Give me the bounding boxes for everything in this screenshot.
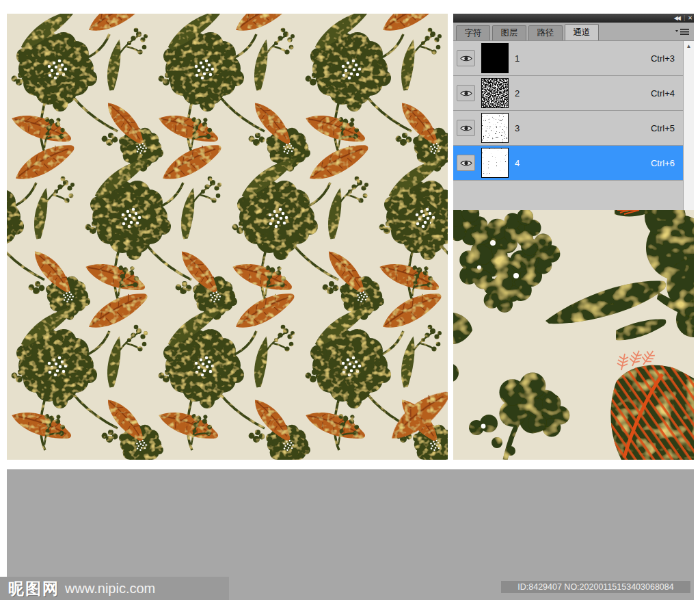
channel-name: 4 bbox=[515, 158, 520, 168]
collapse-panel-icon[interactable]: ◀◀ bbox=[674, 14, 681, 23]
channel-row-2[interactable]: 2 Ctrl+4 bbox=[453, 76, 694, 111]
channel-name: 2 bbox=[515, 88, 520, 99]
visibility-eye-icon[interactable] bbox=[457, 120, 475, 136]
titlebar-separator: | bbox=[684, 14, 685, 23]
panel-menu-icon[interactable] bbox=[675, 28, 690, 36]
watermark-id-text: ID:8429407 NO:20200115153403068084 bbox=[517, 582, 673, 592]
channel-row-3[interactable]: 3 Ctrl+5 bbox=[453, 111, 694, 146]
channel-thumbnail[interactable] bbox=[481, 43, 509, 73]
channels-panel: ◀◀ | ✕ 字符 图层 路径 通道 bbox=[453, 14, 694, 210]
tab-layers[interactable]: 图层 bbox=[492, 25, 526, 40]
visibility-eye-icon[interactable] bbox=[457, 85, 475, 101]
panel-scrollbar[interactable]: ▲ bbox=[683, 41, 694, 210]
channel-list: 1 Ctrl+3 2 Ctrl+4 bbox=[453, 41, 694, 210]
channel-name: 3 bbox=[515, 123, 520, 133]
channel-thumbnail[interactable] bbox=[481, 113, 509, 143]
tab-channels[interactable]: 通道 bbox=[565, 24, 599, 40]
channel-shortcut: Ctrl+4 bbox=[651, 88, 675, 99]
channel-row-4-selected[interactable]: 4 Ctrl+6 bbox=[453, 146, 694, 181]
channel-thumbnail[interactable] bbox=[481, 78, 509, 108]
panel-tab-bar: 字符 图层 路径 通道 bbox=[453, 23, 694, 41]
channel-row-1[interactable]: 1 Ctrl+3 bbox=[453, 41, 694, 76]
channel-shortcut: Ctrl+3 bbox=[651, 53, 675, 64]
close-panel-icon[interactable]: ✕ bbox=[688, 14, 692, 23]
scroll-up-icon[interactable]: ▲ bbox=[684, 41, 694, 51]
panel-titlebar: ◀◀ | ✕ bbox=[453, 14, 694, 23]
site-url: www.nipic.com bbox=[65, 581, 155, 597]
channel-name: 1 bbox=[515, 53, 520, 64]
watermark-id-box: ID:8429407 NO:20200115153403068084 bbox=[501, 581, 690, 593]
detail-preview-image bbox=[453, 210, 694, 460]
visibility-eye-icon[interactable] bbox=[457, 155, 475, 171]
channel-thumbnail[interactable] bbox=[481, 148, 509, 178]
tab-character[interactable]: 字符 bbox=[456, 25, 490, 40]
tab-paths[interactable]: 路径 bbox=[528, 25, 563, 40]
page: ◀◀ | ✕ 字符 图层 路径 通道 bbox=[0, 0, 700, 600]
visibility-eye-icon[interactable] bbox=[457, 50, 475, 66]
channel-shortcut: Ctrl+6 bbox=[651, 158, 675, 168]
watermark-logo-bar: 昵图网 www.nipic.com bbox=[0, 577, 229, 600]
channel-shortcut: Ctrl+5 bbox=[651, 123, 675, 133]
effect-preview-image bbox=[7, 14, 448, 460]
site-logo: 昵图网 bbox=[8, 578, 59, 599]
